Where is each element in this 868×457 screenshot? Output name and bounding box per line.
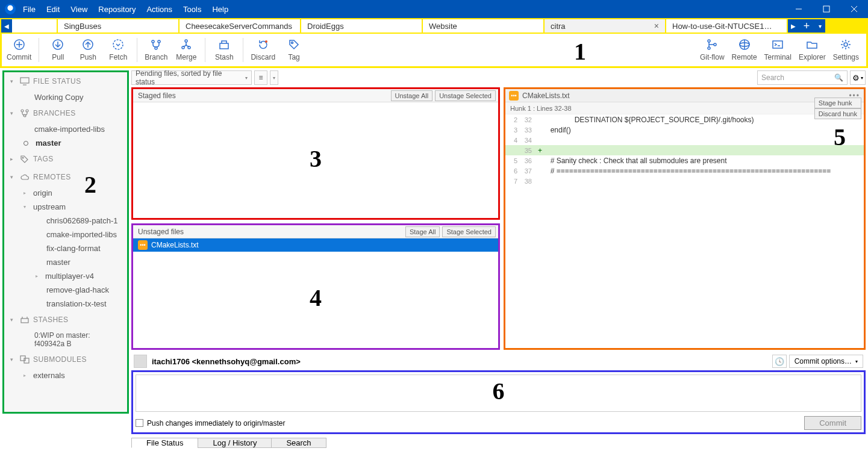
diff-line[interactable]: 35 xyxy=(505,145,864,155)
menu-help[interactable]: Help xyxy=(212,5,228,14)
close-tab-icon[interactable]: × xyxy=(654,21,659,31)
left-panes: Staged files Unstage All Unstage Selecte… xyxy=(131,87,500,350)
tabs-menu[interactable]: ▾ xyxy=(814,19,825,33)
modified-badge-icon: ••• xyxy=(509,91,519,101)
sidebar-branch-master[interactable]: master xyxy=(4,136,127,150)
diff-line[interactable]: 333 endif() xyxy=(505,125,864,135)
sidebar-remote-upstream[interactable]: ▾upstream xyxy=(4,200,127,214)
commit-history-button[interactable]: 🕓 xyxy=(772,355,787,368)
sidebar-header-tags[interactable]: ▸TAGS xyxy=(4,150,127,168)
fetch-icon xyxy=(112,39,124,51)
new-tab-button[interactable]: + xyxy=(799,19,814,33)
stage-selected-button[interactable]: Stage Selected xyxy=(442,226,496,237)
minimize-button[interactable] xyxy=(785,0,813,18)
settings-button[interactable]: Settings xyxy=(829,39,863,61)
tag-button[interactable]: Tag xyxy=(279,39,309,61)
commit-options-dropdown[interactable]: Commit options…▾ xyxy=(789,355,863,368)
sidebar-submodule-externals[interactable]: ▸externals xyxy=(4,368,127,382)
unstage-all-button[interactable]: Unstage All xyxy=(391,90,433,101)
view-settings-button[interactable]: ⚙▾ xyxy=(850,70,866,85)
menu-file[interactable]: File xyxy=(23,5,36,14)
diff-line[interactable]: 738 xyxy=(505,176,864,186)
sidebar-item-working-copy[interactable]: Working Copy xyxy=(4,90,127,104)
repo-tab-droideggs[interactable]: DroidEggs xyxy=(301,19,423,33)
commit-author-row: itachi1706 <kennethsohyq@gmail.com> 🕓 Co… xyxy=(131,353,866,369)
menu-view[interactable]: View xyxy=(70,5,87,14)
repo-tab-howtogit[interactable]: How-to-use-Git-NTUCSE1… xyxy=(666,19,788,33)
stage-hunk-button[interactable]: Stage hunk xyxy=(814,98,861,108)
terminal-button[interactable]: Terminal xyxy=(761,39,795,61)
sidebar-upstream-6[interactable]: translation-tx-test xyxy=(4,297,127,311)
tabs-scroll-right[interactable]: ▶ xyxy=(788,19,799,33)
hunk-header: Hunk 1 : Lines 32-38 Stage hunk Discard … xyxy=(505,102,864,114)
discard-button[interactable]: Discard xyxy=(247,39,279,61)
sidebar-upstream-4[interactable]: ▸multiplayer-v4 xyxy=(4,269,127,283)
svg-rect-1 xyxy=(823,6,829,12)
repo-tab-website[interactable]: Website xyxy=(423,19,545,33)
staged-body[interactable]: 3 xyxy=(133,102,498,218)
stage-all-button[interactable]: Stage All xyxy=(405,226,440,237)
tab-search[interactable]: Search xyxy=(271,438,326,448)
commit-button[interactable]: Commit xyxy=(3,39,35,61)
repo-tab-citra[interactable]: citra× xyxy=(545,19,666,33)
sidebar-remote-origin[interactable]: ▸origin xyxy=(4,186,127,200)
close-button[interactable] xyxy=(840,0,868,18)
svg-point-29 xyxy=(844,43,848,46)
sidebar-header-branches[interactable]: ▾BRANCHES xyxy=(4,104,127,122)
tabs-scroll-left[interactable]: ◀ xyxy=(1,19,12,33)
sidebar-header-stashes[interactable]: ▾STASHES xyxy=(4,311,127,329)
fetch-button[interactable]: Fetch xyxy=(103,39,133,61)
commit-message-input[interactable] xyxy=(136,375,861,412)
unstaged-file-row[interactable]: ••• CMakeLists.txt xyxy=(133,238,498,252)
menu-tools[interactable]: Tools xyxy=(183,5,201,14)
gitflow-icon xyxy=(706,39,718,51)
commit-submit-button[interactable]: Commit xyxy=(804,416,861,430)
toolbar-container: Commit Pull Push Fetch Branch Merge Stas… xyxy=(0,34,868,68)
explorer-button[interactable]: Explorer xyxy=(795,39,829,61)
tag-icon xyxy=(20,155,30,163)
unstaged-body[interactable]: ••• CMakeLists.txt 4 xyxy=(133,238,498,348)
stash-button[interactable]: Stash xyxy=(209,39,239,61)
repo-tab-cheesecake[interactable]: CheesecakeServerCommands xyxy=(180,19,301,33)
menu-repository[interactable]: Repository xyxy=(98,5,136,14)
annotation-3: 3 xyxy=(310,145,322,173)
tab-file-status[interactable]: File Status xyxy=(131,438,198,448)
sidebar-upstream-0[interactable]: chris062689-patch-1 xyxy=(4,214,127,228)
menu-edit[interactable]: Edit xyxy=(46,5,60,14)
diff-body[interactable]: 5 232 DESTINATION ${PROJECT_SOURCE_DIR}/… xyxy=(505,114,864,186)
merge-button[interactable]: Merge xyxy=(171,39,201,61)
sidebar-branch-cmake[interactable]: cmake-imported-libs xyxy=(4,122,127,136)
diff-line[interactable]: 232 DESTINATION ${PROJECT_SOURCE_DIR}/.g… xyxy=(505,114,864,125)
diff-line[interactable]: 434 xyxy=(505,135,864,145)
remote-button[interactable]: Remote xyxy=(728,39,761,61)
svg-point-21 xyxy=(708,40,710,42)
search-input[interactable]: Search🔍 xyxy=(757,70,848,85)
sidebar-header-file-status[interactable]: ▾FILE STATUS xyxy=(4,72,127,90)
sidebar-upstream-3[interactable]: master xyxy=(4,255,127,269)
sort-dropdown[interactable]: Pending files, sorted by file status▾ xyxy=(131,70,252,85)
push-button[interactable]: Push xyxy=(73,39,103,61)
sidebar-upstream-1[interactable]: cmake-imported-libs xyxy=(4,228,127,241)
tab-log-history[interactable]: Log / History xyxy=(198,438,272,448)
sidebar-stash-0[interactable]: 0:WIP on master: f409342a B xyxy=(4,329,127,350)
repo-tab-blank[interactable] xyxy=(12,19,58,33)
sidebar-upstream-5[interactable]: remove-glad-hack xyxy=(4,283,127,297)
list-view-dd[interactable]: ▾ xyxy=(270,70,278,85)
unstage-selected-button[interactable]: Unstage Selected xyxy=(435,90,496,101)
sidebar-upstream-2[interactable]: fix-clang-format xyxy=(4,241,127,255)
sidebar-header-submodules[interactable]: ▾SUBMODULES xyxy=(4,350,127,368)
repo-tab-singbuses[interactable]: SingBuses xyxy=(58,19,180,33)
push-immediately-checkbox[interactable] xyxy=(136,419,143,427)
list-view-button[interactable]: ≡ xyxy=(254,70,267,85)
menu-actions[interactable]: Actions xyxy=(146,5,172,14)
diff-line[interactable]: 536 # Sanity check : Check that all subm… xyxy=(505,155,864,166)
diff-line[interactable]: 637 # ==================================… xyxy=(505,166,864,176)
branch-icon xyxy=(150,39,162,51)
branch-icon xyxy=(20,109,30,117)
maximize-button[interactable] xyxy=(813,0,840,18)
toolbar: Commit Pull Push Fetch Branch Merge Stas… xyxy=(2,34,866,66)
branch-button[interactable]: Branch xyxy=(141,39,171,61)
sidebar-header-remotes[interactable]: ▾REMOTES xyxy=(4,168,127,186)
pull-button[interactable]: Pull xyxy=(43,39,73,61)
gitflow-button[interactable]: Git-flow xyxy=(696,39,728,61)
